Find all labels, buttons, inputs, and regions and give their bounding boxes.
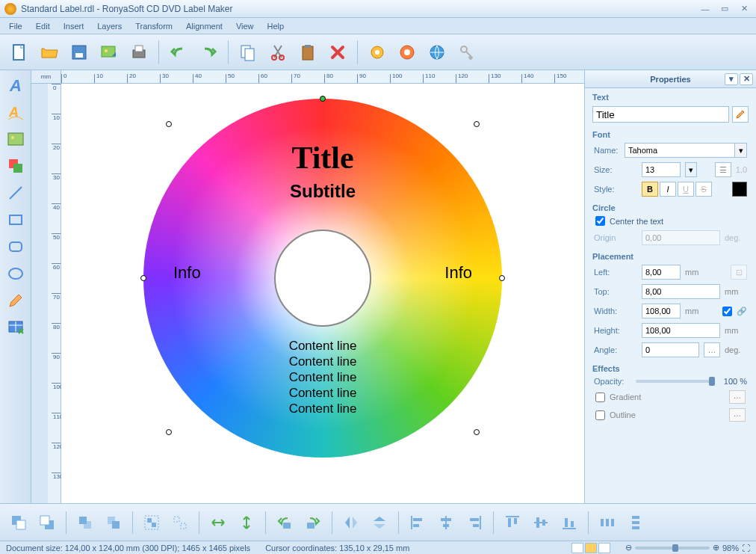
disc-info-right[interactable]: Info [444, 263, 472, 283]
rectangle-tool[interactable] [4, 208, 28, 232]
cut-button[interactable] [264, 39, 291, 66]
text-tool[interactable]: A [4, 73, 28, 97]
shapes-tool[interactable] [4, 154, 28, 178]
line-tool[interactable] [4, 181, 28, 205]
angle-more-button[interactable]: … [704, 342, 720, 357]
menu-transform[interactable]: Transform [129, 20, 179, 32]
pencil-tool[interactable] [4, 289, 28, 313]
height-input[interactable] [642, 323, 720, 338]
align-middle-button[interactable] [528, 510, 554, 535]
ungroup-button[interactable] [167, 510, 193, 535]
menu-alignment[interactable]: Alignment [180, 20, 229, 32]
width-input[interactable] [642, 304, 681, 318]
disc-subtitle[interactable]: Subtitle [143, 181, 502, 202]
save-button[interactable] [66, 39, 93, 66]
rounded-rect-tool[interactable] [4, 235, 28, 259]
key-button[interactable] [453, 39, 480, 66]
help-button[interactable] [394, 39, 421, 66]
open-button[interactable] [36, 39, 63, 66]
opacity-slider[interactable] [636, 380, 715, 383]
menu-edit[interactable]: Edit [30, 20, 56, 32]
menu-layers[interactable]: Layers [91, 20, 128, 32]
font-name-select[interactable] [625, 143, 735, 158]
menu-view[interactable]: View [230, 20, 260, 32]
maximize-button[interactable]: ▭ [717, 3, 732, 15]
align-bottom-button[interactable] [557, 510, 582, 535]
export-image-button[interactable] [96, 39, 123, 66]
print-button[interactable] [126, 39, 152, 66]
flip-h-button[interactable] [338, 510, 364, 535]
grid-view-3[interactable] [598, 543, 610, 553]
outline-more-button[interactable]: … [729, 408, 746, 422]
distribute-v-button[interactable] [623, 510, 648, 535]
menu-help[interactable]: Help [261, 20, 291, 32]
align-left-button[interactable] [405, 510, 430, 535]
delete-button[interactable] [324, 39, 351, 66]
grid-view-2[interactable] [585, 543, 597, 553]
grid-view-1[interactable] [571, 543, 583, 553]
zoom-out-button[interactable]: ⊖ [625, 543, 632, 553]
underline-button[interactable]: U [678, 182, 694, 197]
send-back-button[interactable] [34, 510, 60, 535]
paste-button[interactable] [294, 39, 321, 66]
fit-width-button[interactable] [205, 510, 231, 535]
selection-handle-e[interactable] [499, 275, 505, 281]
zoom-slider[interactable] [635, 547, 710, 550]
font-size-dropdown[interactable]: ▾ [685, 162, 697, 177]
undo-button[interactable] [165, 39, 192, 66]
bring-forward-button[interactable] [72, 510, 98, 535]
gradient-more-button[interactable]: … [729, 390, 746, 404]
copy-button[interactable] [235, 39, 261, 66]
ellipse-tool[interactable] [4, 262, 28, 286]
rotate-handle[interactable] [320, 96, 326, 102]
align-center-h-button[interactable] [433, 510, 459, 535]
menu-insert[interactable]: Insert [58, 20, 90, 32]
props-close-button[interactable]: ✕ [740, 73, 753, 85]
font-size-input[interactable] [642, 162, 681, 177]
left-input[interactable] [642, 265, 681, 280]
line-spacing-button[interactable]: ☰ [715, 162, 731, 177]
distribute-h-button[interactable] [595, 510, 620, 535]
fit-height-button[interactable] [234, 510, 259, 535]
top-input[interactable] [642, 284, 720, 299]
send-backward-button[interactable] [101, 510, 126, 535]
disc-title[interactable]: Title [143, 140, 502, 176]
gradient-checkbox[interactable] [595, 393, 605, 402]
italic-button[interactable]: I [660, 182, 676, 197]
rotate-right-button[interactable] [300, 510, 326, 535]
menu-file[interactable]: File [3, 20, 28, 32]
new-button[interactable] [6, 39, 33, 66]
web-button[interactable] [424, 39, 450, 66]
disc-info-left[interactable]: Info [173, 263, 201, 283]
curved-text-tool[interactable]: A [4, 100, 28, 124]
workspace[interactable]: Title Subtitle Info Info Content lineCon… [61, 84, 584, 503]
bold-button[interactable]: B [642, 182, 658, 197]
group-button[interactable] [139, 510, 164, 535]
font-name-dropdown[interactable]: ▾ [735, 143, 747, 158]
selection-handle-ne[interactable] [474, 121, 480, 127]
close-button[interactable]: ✕ [737, 3, 752, 15]
align-top-button[interactable] [500, 510, 525, 535]
angle-input[interactable] [642, 342, 699, 357]
selection-handle-w[interactable] [140, 275, 146, 281]
selection-handle-se[interactable] [474, 429, 480, 435]
rotate-left-button[interactable] [272, 510, 297, 535]
align-right-button[interactable] [462, 510, 487, 535]
outline-checkbox[interactable] [595, 410, 605, 420]
bring-front-button[interactable] [6, 510, 31, 535]
disc-label[interactable]: Title Subtitle Info Info Content lineCon… [143, 99, 502, 458]
selection-handle-nw[interactable] [166, 121, 172, 127]
lock-position-icon[interactable]: ⊡ [731, 265, 747, 280]
zoom-fit-button[interactable]: ⛶ [742, 544, 750, 553]
image-tool[interactable] [4, 127, 28, 151]
lock-aspect-checkbox[interactable] [722, 307, 732, 316]
flip-v-button[interactable] [367, 510, 392, 535]
text-value-input[interactable] [592, 106, 729, 123]
minimize-button[interactable]: — [698, 3, 713, 15]
disc-content-lines[interactable]: Content lineContent lineContent lineCont… [143, 338, 502, 416]
table-tool[interactable] [4, 316, 28, 339]
props-collapse-button[interactable]: ▾ [725, 73, 738, 85]
font-color-swatch[interactable] [732, 182, 747, 197]
settings-button[interactable] [364, 39, 391, 66]
strike-button[interactable]: S [695, 182, 712, 197]
